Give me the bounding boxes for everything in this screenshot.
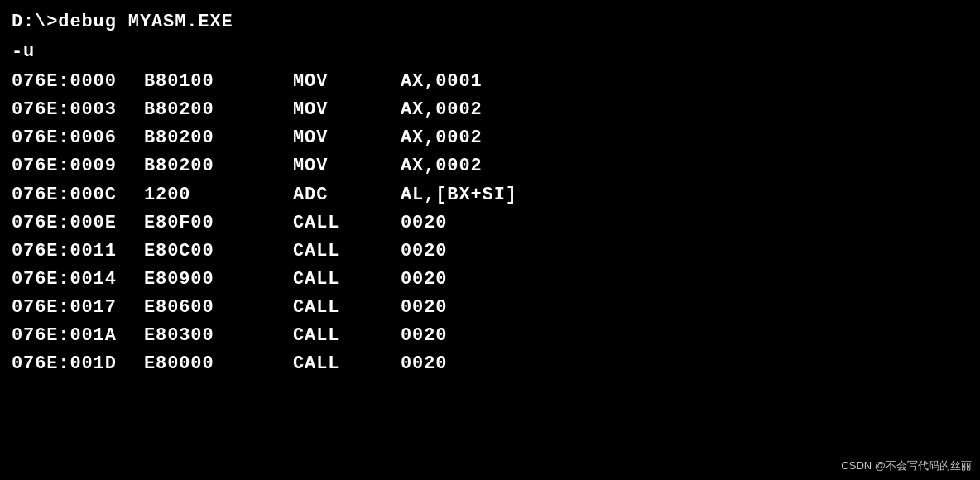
mnemonic-cell: CALL: [293, 266, 401, 294]
operand-cell: AX,0002: [401, 152, 649, 180]
mnemonic-cell: CALL: [293, 238, 401, 266]
watermark: CSDN @不会写代码的丝丽: [841, 458, 972, 473]
table-row: 076E:0006B80200MOVAX,0002: [12, 124, 968, 152]
bytes-cell: E80C00: [144, 238, 293, 266]
operand-cell: AL,[BX+SI]: [401, 181, 649, 209]
table-row: 076E:0011E80C00CALL0020: [12, 238, 968, 266]
terminal-window: D:\>debug MYASM.EXE -u 076E:0000B80100MO…: [0, 0, 980, 480]
operand-cell: 0020: [401, 294, 649, 322]
address-cell: 076E:001D: [12, 350, 144, 378]
bytes-cell: E80900: [144, 266, 293, 294]
table-row: 076E:0017E80600CALL0020: [12, 294, 968, 322]
operand-cell: 0020: [401, 322, 649, 350]
address-cell: 076E:0000: [12, 68, 144, 96]
operand-cell: 0020: [401, 209, 649, 238]
operand-cell: AX,0002: [401, 96, 649, 124]
address-cell: 076E:000C: [12, 181, 144, 209]
bytes-cell: E80000: [144, 350, 293, 378]
bytes-cell: E80300: [144, 322, 293, 350]
bytes-cell: B80200: [144, 152, 293, 180]
mnemonic-cell: CALL: [293, 350, 401, 378]
dash-line: -u: [12, 38, 968, 66]
operand-cell: 0020: [401, 266, 649, 294]
prompt-line: D:\>debug MYASM.EXE: [12, 8, 968, 36]
address-cell: 076E:0017: [12, 294, 144, 322]
address-cell: 076E:0011: [12, 238, 144, 266]
address-cell: 076E:0009: [12, 152, 144, 180]
mnemonic-cell: MOV: [293, 124, 401, 152]
address-cell: 076E:001A: [12, 322, 144, 350]
mnemonic-cell: MOV: [293, 96, 401, 124]
bytes-cell: B80200: [144, 96, 293, 124]
table-row: 076E:0003B80200MOVAX,0002: [12, 96, 968, 124]
operand-cell: AX,0002: [401, 124, 649, 152]
operand-cell: 0020: [401, 238, 649, 266]
address-cell: 076E:0003: [12, 96, 144, 124]
address-cell: 076E:000E: [12, 209, 144, 238]
mnemonic-cell: MOV: [293, 152, 401, 180]
bytes-cell: E80600: [144, 294, 293, 322]
bytes-cell: B80200: [144, 124, 293, 152]
mnemonic-cell: MOV: [293, 68, 401, 96]
mnemonic-cell: CALL: [293, 209, 401, 238]
mnemonic-cell: ADC: [293, 181, 401, 209]
bytes-cell: B80100: [144, 68, 293, 96]
table-row: 076E:000EE80F00CALL0020: [12, 209, 968, 238]
mnemonic-cell: CALL: [293, 294, 401, 322]
bytes-cell: E80F00: [144, 209, 293, 238]
table-row: 076E:000C1200ADCAL,[BX+SI]: [12, 181, 968, 209]
table-row: 076E:0014E80900CALL0020: [12, 266, 968, 294]
address-cell: 076E:0006: [12, 124, 144, 152]
table-row: 076E:0000B80100MOVAX,0001: [12, 68, 968, 96]
operand-cell: 0020: [401, 350, 649, 378]
mnemonic-cell: CALL: [293, 322, 401, 350]
bytes-cell: 1200: [144, 181, 293, 209]
table-row: 076E:001DE80000CALL0020: [12, 350, 968, 378]
table-row: 076E:001AE80300CALL0020: [12, 322, 968, 350]
address-cell: 076E:0014: [12, 266, 144, 294]
assembly-listing: 076E:0000B80100MOVAX,0001076E:0003B80200…: [12, 68, 968, 378]
operand-cell: AX,0001: [401, 68, 649, 96]
table-row: 076E:0009B80200MOVAX,0002: [12, 152, 968, 180]
